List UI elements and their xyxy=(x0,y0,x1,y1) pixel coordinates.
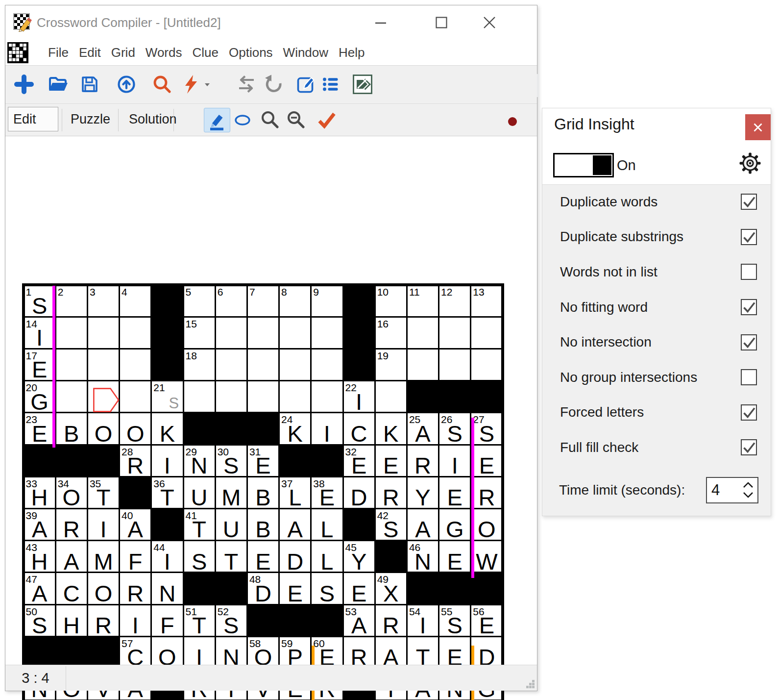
grid-cell-black[interactable] xyxy=(151,508,183,540)
grid-cell-black[interactable] xyxy=(343,349,375,380)
edit-clues-icon[interactable] xyxy=(294,73,317,96)
chevron-down-icon[interactable] xyxy=(744,493,753,497)
checkbox-unchecked[interactable] xyxy=(741,369,757,385)
grid-cell[interactable] xyxy=(311,317,343,349)
search-icon[interactable] xyxy=(151,73,173,96)
panel-close-button[interactable] xyxy=(745,114,771,140)
insight-on-toggle[interactable] xyxy=(553,153,614,177)
tag-icon[interactable] xyxy=(351,73,374,96)
grid-cell[interactable] xyxy=(247,317,279,349)
grid-cell[interactable] xyxy=(215,381,247,413)
checkbox-unchecked[interactable] xyxy=(741,264,757,280)
grid-cell[interactable] xyxy=(279,381,311,413)
menu-item-window[interactable]: Window xyxy=(282,45,330,60)
window-close-button[interactable] xyxy=(479,12,500,33)
tool-ellipse[interactable] xyxy=(232,109,253,131)
grid-cell[interactable] xyxy=(471,317,503,349)
checkbox-checked[interactable] xyxy=(741,404,757,421)
grid-cell-black[interactable] xyxy=(407,573,438,604)
window-maximize-button[interactable] xyxy=(431,12,452,33)
grid-cell-black[interactable] xyxy=(311,604,343,636)
grid-cell-black[interactable] xyxy=(311,445,343,476)
tab-puzzle[interactable]: Puzzle xyxy=(71,107,110,131)
grid-cell[interactable] xyxy=(120,349,151,380)
grid-cell-black[interactable] xyxy=(247,604,279,636)
grid-cell[interactable] xyxy=(215,317,247,349)
grid-cell[interactable] xyxy=(471,349,503,380)
grid-cell[interactable] xyxy=(247,381,279,413)
grid-cell[interactable] xyxy=(183,381,215,413)
grid-cell[interactable] xyxy=(279,349,311,380)
grid-cell-black[interactable] xyxy=(215,573,247,604)
grid-cell-black[interactable] xyxy=(183,573,215,604)
grid-cell-black[interactable] xyxy=(439,573,471,604)
checkbox-checked[interactable] xyxy=(741,439,757,455)
crossword-grid[interactable]: 1S234567891011121314I151617E181920G2122I… xyxy=(22,283,504,700)
checkbox-checked[interactable] xyxy=(741,299,757,315)
grid-cell-black[interactable] xyxy=(439,381,471,413)
menu-item-file[interactable]: File xyxy=(47,45,70,60)
grid-cell-black[interactable] xyxy=(343,317,375,349)
grid-cell-black[interactable] xyxy=(375,541,407,573)
window-minimize-button[interactable] xyxy=(370,12,391,33)
grid-cell-black[interactable] xyxy=(151,285,183,317)
menu-item-grid[interactable]: Grid xyxy=(110,45,137,60)
document-grid-icon[interactable] xyxy=(7,42,28,63)
grid-cell[interactable] xyxy=(55,349,87,380)
tool-zoom-out[interactable] xyxy=(285,109,307,131)
grid-cell[interactable] xyxy=(87,381,119,413)
grid-cell-black[interactable] xyxy=(55,636,87,668)
grid-cell[interactable] xyxy=(311,381,343,413)
grid-cell-black[interactable] xyxy=(87,636,119,668)
checkbox-checked[interactable] xyxy=(741,229,757,245)
grid-cell[interactable] xyxy=(87,317,119,349)
grid-cell[interactable] xyxy=(55,381,87,413)
new-icon[interactable] xyxy=(13,73,35,96)
grid-cell[interactable] xyxy=(407,349,438,380)
grid-cell[interactable] xyxy=(439,317,471,349)
grid-cell-black[interactable] xyxy=(343,508,375,540)
grid-cell-black[interactable] xyxy=(87,445,119,476)
grid-cell-black[interactable] xyxy=(24,445,55,476)
undo-icon[interactable] xyxy=(262,73,285,96)
menu-item-edit[interactable]: Edit xyxy=(77,45,102,60)
tab-solution[interactable]: Solution xyxy=(129,107,177,131)
open-icon[interactable] xyxy=(47,73,70,96)
grid-cell-black[interactable] xyxy=(279,445,311,476)
swap-arrows-icon[interactable] xyxy=(235,73,258,96)
grid-cell[interactable] xyxy=(120,381,151,413)
grid-cell[interactable] xyxy=(120,317,151,349)
gear-icon[interactable] xyxy=(736,150,764,177)
grid-cell-black[interactable] xyxy=(247,413,279,445)
grid-cell-black[interactable] xyxy=(183,413,215,445)
grid-cell-black[interactable] xyxy=(471,381,503,413)
upload-icon[interactable] xyxy=(115,73,138,96)
grid-cell-black[interactable] xyxy=(471,573,503,604)
tool-marker-pencil[interactable] xyxy=(204,108,230,132)
grid-cell[interactable] xyxy=(87,349,119,380)
menu-item-words[interactable]: Words xyxy=(144,45,184,60)
grid-cell-black[interactable] xyxy=(343,285,375,317)
spinner-chevrons[interactable] xyxy=(741,479,755,501)
grid-cell[interactable] xyxy=(407,317,438,349)
time-limit-spinner[interactable]: 4 xyxy=(706,477,758,503)
grid-cell-black[interactable] xyxy=(215,413,247,445)
menu-item-help[interactable]: Help xyxy=(337,45,366,60)
chevron-up-icon[interactable] xyxy=(744,483,753,487)
grid-cell[interactable] xyxy=(439,349,471,380)
grid-cell-black[interactable] xyxy=(55,445,87,476)
tool-zoom-in[interactable] xyxy=(259,109,281,131)
grid-cell-black[interactable] xyxy=(407,381,438,413)
grid-cell-black[interactable] xyxy=(120,476,151,508)
grid-cell[interactable] xyxy=(55,317,87,349)
menu-item-clue[interactable]: Clue xyxy=(191,45,220,60)
word-list-icon[interactable] xyxy=(319,73,341,96)
grid-cell[interactable] xyxy=(311,349,343,380)
autofill-lightning-icon[interactable] xyxy=(180,73,202,96)
checkbox-checked[interactable] xyxy=(741,194,757,210)
menu-item-options[interactable]: Options xyxy=(227,45,274,60)
save-icon[interactable] xyxy=(78,73,101,96)
grid-cell-black[interactable] xyxy=(279,604,311,636)
tab-edit[interactable]: Edit xyxy=(8,107,58,131)
tool-check[interactable] xyxy=(316,109,338,131)
